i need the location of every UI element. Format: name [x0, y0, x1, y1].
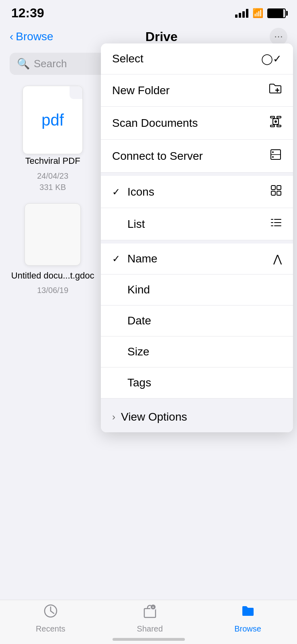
tab-shared[interactable]: + Shared: [137, 603, 163, 634]
dropdown-item-new-folder[interactable]: New Folder: [101, 74, 293, 107]
wifi-icon: 📶: [252, 8, 263, 19]
chevron-left-icon: ‹: [10, 30, 13, 43]
page-title: Drive: [145, 29, 178, 44]
file-icon-gdoc2: [20, 202, 85, 267]
back-label: Browse: [16, 30, 53, 43]
file-name: Techviral PDF: [25, 155, 80, 167]
tab-bar: Recents + Shared Browse: [0, 600, 297, 644]
folder-plus-icon: [269, 83, 282, 97]
more-button[interactable]: ⋯: [270, 28, 287, 45]
chevron-right-icon: ›: [112, 411, 115, 423]
ellipsis-icon: ⋯: [274, 31, 283, 42]
tab-browse-label: Browse: [234, 624, 261, 634]
dropdown-item-scan[interactable]: Scan Documents: [101, 107, 293, 140]
dropdown-item-size[interactable]: ✓ Size: [101, 336, 293, 367]
file-icon-pdf: pdf: [20, 88, 85, 152]
home-indicator: [113, 638, 185, 641]
scan-icon: [270, 116, 282, 130]
svg-rect-4: [270, 125, 274, 127]
list-item[interactable]: Untitled docu...t.gdoc 13/06/19: [10, 202, 96, 308]
svg-rect-15: [277, 191, 281, 195]
status-time: 12:39: [11, 6, 44, 21]
chevron-up-icon: ⋀: [273, 253, 282, 265]
dropdown-menu: Select ◯✓ New Folder Scan Documents: [101, 43, 293, 432]
dropdown-item-date[interactable]: ✓ Date: [101, 305, 293, 336]
dropdown-label-kind: Kind: [127, 283, 150, 296]
dropdown-label-icons: Icons: [127, 186, 154, 198]
svg-text:+: +: [152, 605, 154, 609]
dropdown-item-icons[interactable]: ✓ Icons: [101, 176, 293, 208]
tab-shared-label: Shared: [137, 624, 163, 634]
svg-line-24: [51, 611, 54, 613]
dropdown-item-tags[interactable]: ✓ Tags: [101, 367, 293, 398]
search-bar[interactable]: 🔍 Search: [10, 53, 106, 75]
svg-point-7: [274, 120, 277, 123]
status-bar: 12:39 📶: [0, 0, 297, 24]
browse-icon: [240, 603, 256, 623]
svg-point-10: [272, 151, 274, 153]
svg-rect-12: [271, 186, 275, 190]
search-placeholder: Search: [34, 58, 67, 70]
divider-3: [101, 398, 293, 402]
battery-icon: [267, 8, 286, 18]
dropdown-item-name[interactable]: ✓ Name ⋀: [101, 244, 293, 275]
dropdown-item-list[interactable]: ✓ List: [101, 208, 293, 240]
svg-rect-13: [277, 186, 281, 190]
status-icons: 📶: [235, 8, 286, 19]
file-meta: 13/06/19: [37, 285, 68, 296]
server-icon: [270, 149, 282, 163]
grid-icon: [270, 185, 282, 199]
svg-rect-3: [277, 116, 281, 118]
main-area: pdf Techviral PDF 24/04/23331 KB Testing…: [0, 80, 297, 315]
svg-rect-2: [270, 116, 274, 118]
dropdown-item-kind[interactable]: ✓ Kind: [101, 275, 293, 305]
tab-recents[interactable]: Recents: [36, 603, 65, 634]
dropdown-label-tags: Tags: [127, 376, 151, 389]
dropdown-label-connect: Connect to Server: [112, 150, 203, 163]
dropdown-label-view-options: View Options: [121, 411, 187, 423]
list-item[interactable]: pdf Techviral PDF 24/04/23331 KB: [10, 88, 96, 193]
recents-icon: [43, 603, 59, 623]
search-icon: 🔍: [17, 58, 30, 70]
shared-icon: +: [142, 603, 158, 623]
dropdown-label-scan: Scan Documents: [112, 117, 198, 130]
checkmark-icon: ✓: [112, 186, 120, 198]
checkmark-circle-icon: ◯✓: [261, 53, 282, 65]
checkmark-name-icon: ✓: [112, 253, 120, 264]
file-name: Untitled docu...t.gdoc: [11, 270, 94, 282]
list-icon: [270, 217, 282, 231]
svg-point-11: [272, 156, 274, 158]
divider-2: [101, 240, 293, 244]
dropdown-label-size: Size: [127, 345, 149, 358]
divider-1: [101, 173, 293, 176]
svg-rect-14: [271, 191, 275, 195]
dropdown-label-list: List: [127, 218, 145, 231]
dropdown-item-view-options[interactable]: › View Options: [101, 402, 293, 432]
back-button[interactable]: ‹ Browse: [10, 30, 53, 43]
tab-recents-label: Recents: [36, 624, 65, 634]
file-meta: 24/04/23331 KB: [37, 170, 68, 193]
svg-rect-5: [277, 125, 281, 127]
dropdown-label-date: Date: [127, 314, 151, 327]
dropdown-label-name: Name: [127, 252, 158, 265]
dropdown-item-connect[interactable]: Connect to Server: [101, 140, 293, 173]
signal-icon: [235, 9, 248, 18]
dropdown-label-new-folder: New Folder: [112, 84, 170, 97]
dropdown-label-select: Select: [112, 52, 143, 65]
dropdown-item-select[interactable]: Select ◯✓: [101, 43, 293, 74]
tab-browse[interactable]: Browse: [234, 603, 261, 634]
